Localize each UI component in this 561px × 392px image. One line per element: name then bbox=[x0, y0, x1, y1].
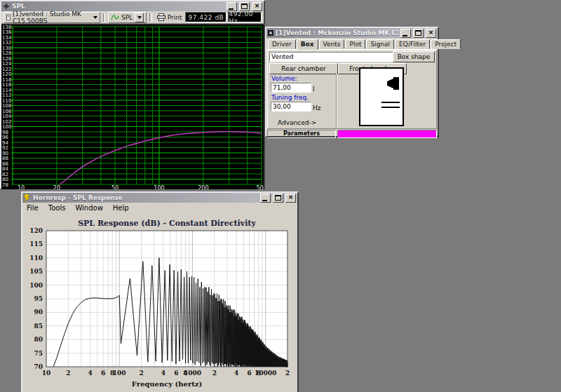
box-window-title: [1]Vented : Mckenzie Studio MK C15.500BS bbox=[276, 29, 398, 36]
toolbar-separator bbox=[103, 13, 106, 22]
spl-chart[interactable]: 1381361341321301281261241221201181161141… bbox=[1, 25, 264, 189]
svg-text:78: 78 bbox=[2, 182, 8, 188]
project-selector[interactable]: [1]vented : Studio MK C15.500BS bbox=[4, 12, 100, 23]
hornresp-window-title: Hornresp - SPL Response bbox=[33, 194, 258, 201]
box-type-field[interactable]: Vented bbox=[269, 52, 394, 62]
svg-text:50: 50 bbox=[111, 185, 119, 189]
print-label: Print bbox=[168, 14, 182, 21]
spl-readout-db: 97.422 dB bbox=[185, 12, 227, 22]
maximize-button[interactable] bbox=[413, 29, 424, 38]
svg-text:20: 20 bbox=[53, 185, 60, 189]
svg-text:10: 10 bbox=[18, 185, 25, 189]
status-progress-fill bbox=[338, 130, 436, 137]
spl-toolbar: [1]vented : Studio MK C15.500BS SPL Prin… bbox=[1, 11, 264, 24]
tab-eq-filter[interactable]: EQ/Filter bbox=[395, 39, 430, 49]
print-button[interactable]: Print bbox=[155, 13, 184, 22]
svg-text:4: 4 bbox=[88, 370, 93, 377]
hornresp-window: Hornresp - SPL Response × File Tools Win… bbox=[21, 191, 299, 392]
hornresp-chart: 1201151101051009590858075701024681002468… bbox=[22, 213, 297, 392]
tab-project[interactable]: Project bbox=[431, 39, 461, 49]
svg-text:120: 120 bbox=[29, 227, 43, 234]
svg-text:85: 85 bbox=[34, 323, 43, 330]
svg-text:10000: 10000 bbox=[255, 370, 276, 377]
tuning-freq-unit: Hz bbox=[313, 104, 321, 111]
status-progress-track bbox=[337, 130, 437, 138]
chamber-parameters-panel: Volume: 71,00 l Tuning freq. 30,00 Hz Ad… bbox=[268, 74, 337, 128]
hornresp-titlebar[interactable]: Hornresp - SPL Response × bbox=[22, 193, 297, 203]
toolbar-separator bbox=[149, 13, 152, 22]
svg-text:110: 110 bbox=[29, 255, 43, 262]
chevron-down-icon bbox=[93, 16, 97, 19]
spl-window: SPL × [1]vented : Studio MK C15.500BS SP… bbox=[0, 0, 265, 189]
svg-text:2: 2 bbox=[139, 370, 143, 377]
svg-text:500: 500 bbox=[256, 185, 264, 189]
tuning-freq-label: Tuning freq. bbox=[271, 94, 309, 101]
plot-type-label: SPL bbox=[121, 14, 133, 21]
maximize-button[interactable] bbox=[273, 194, 283, 203]
menu-window[interactable]: Window bbox=[75, 204, 102, 212]
volume-label: Volume: bbox=[271, 75, 297, 82]
minimize-button[interactable] bbox=[400, 29, 411, 38]
svg-text:2: 2 bbox=[66, 370, 70, 377]
hornresp-menubar: File Tools Window Help bbox=[22, 203, 297, 213]
plot-type-selector[interactable]: SPL bbox=[108, 12, 147, 23]
svg-text:105: 105 bbox=[29, 268, 43, 275]
hornresp-chart-title: SPL Response (dB) - Constant Directivity bbox=[46, 219, 288, 228]
box-status-bar: Parameters bbox=[267, 130, 437, 138]
spl-window-title: SPL bbox=[12, 3, 224, 10]
rear-chamber-button[interactable]: Rear chamber bbox=[269, 63, 338, 74]
box-diagram bbox=[359, 67, 404, 126]
document-icon bbox=[6, 14, 11, 21]
svg-text:100: 100 bbox=[29, 282, 43, 289]
desktop: SPL × [1]vented : Studio MK C15.500BS SP… bbox=[0, 0, 561, 392]
svg-text:90: 90 bbox=[34, 309, 43, 316]
tab-box[interactable]: Box bbox=[297, 39, 318, 50]
svg-text:1000: 1000 bbox=[184, 370, 201, 377]
menu-tools[interactable]: Tools bbox=[48, 204, 66, 212]
volume-unit: l bbox=[313, 86, 315, 93]
spl-plot-area[interactable]: 1381361341321301281261241221201181161141… bbox=[1, 24, 264, 189]
svg-text:115: 115 bbox=[29, 241, 43, 248]
maximize-button[interactable] bbox=[239, 2, 250, 11]
menu-help[interactable]: Help bbox=[113, 204, 129, 212]
tab-vents[interactable]: Vents bbox=[319, 39, 345, 49]
tab-signal[interactable]: Signal bbox=[366, 39, 394, 49]
svg-text:100: 100 bbox=[154, 185, 164, 189]
tuning-freq-input[interactable]: 30,00 bbox=[271, 102, 311, 111]
curve-icon bbox=[111, 14, 119, 21]
spl-app-icon bbox=[3, 3, 10, 10]
close-button[interactable]: × bbox=[426, 29, 436, 38]
svg-text:95: 95 bbox=[34, 295, 43, 302]
tab-plot[interactable]: Plot bbox=[345, 39, 365, 49]
printer-icon bbox=[157, 13, 165, 21]
box-shape-button[interactable]: Box shape bbox=[393, 51, 435, 62]
svg-text:75: 75 bbox=[34, 350, 43, 357]
svg-text:4: 4 bbox=[161, 370, 165, 377]
minimize-button[interactable] bbox=[260, 194, 271, 203]
svg-text:6: 6 bbox=[174, 370, 178, 377]
box-app-icon bbox=[268, 29, 273, 36]
minimize-button[interactable] bbox=[227, 2, 237, 11]
svg-text:10: 10 bbox=[42, 370, 51, 377]
volume-input[interactable]: 71,00 bbox=[271, 83, 311, 93]
box-tab-bar: Driver Box Vents Plot Signal EQ/Filter P… bbox=[266, 38, 438, 50]
plot-type-dropdown-button[interactable] bbox=[135, 13, 144, 22]
close-button[interactable]: × bbox=[252, 2, 262, 11]
svg-text:200: 200 bbox=[198, 185, 208, 189]
menu-file[interactable]: File bbox=[27, 204, 39, 212]
project-selector-label: [1]vented : Studio MK C15.500BS bbox=[13, 11, 91, 25]
chevron-down-icon bbox=[137, 16, 142, 19]
svg-text:6: 6 bbox=[101, 370, 105, 377]
status-label: Parameters bbox=[267, 130, 336, 138]
spl-readout-freq: 492.00 Hz bbox=[228, 12, 262, 22]
svg-text:6: 6 bbox=[247, 370, 251, 377]
close-button[interactable]: × bbox=[285, 194, 296, 203]
svg-text:4: 4 bbox=[234, 370, 238, 377]
svg-text:2: 2 bbox=[285, 370, 290, 377]
tab-driver[interactable]: Driver bbox=[268, 39, 296, 49]
speaker-diagram-icon bbox=[360, 69, 400, 122]
svg-text:80: 80 bbox=[34, 336, 43, 343]
advanced-link[interactable]: Advanced-> bbox=[278, 119, 316, 126]
box-titlebar[interactable]: [1]Vented : Mckenzie Studio MK C15.500BS… bbox=[266, 28, 438, 38]
hornresp-chart-area: SPL Response (dB) - Constant Directivity… bbox=[22, 213, 297, 392]
